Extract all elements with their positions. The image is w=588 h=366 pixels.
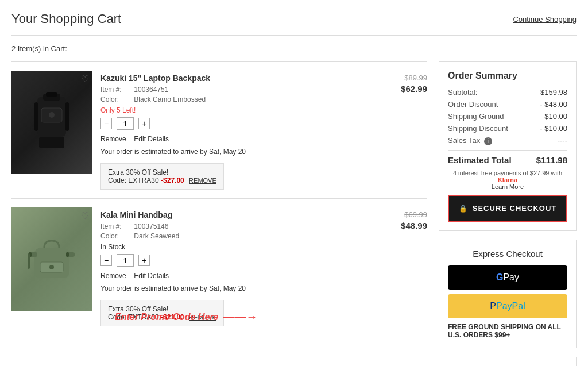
paypal-al-text: PayPal [496, 301, 525, 311]
shipping-discount-value: - $10.00 [540, 124, 567, 133]
product-image-handbag [11, 207, 92, 311]
shipping-ground-value: $10.00 [544, 112, 567, 121]
express-checkout-box: Express Checkout G Pay P PayPal FREE GRO… [439, 240, 577, 348]
item-number-value-2: 100375146 [134, 222, 168, 230]
continue-shopping-link[interactable]: Continue Shopping [513, 15, 577, 24]
promo-badge-text: Extra 30% Off Sale! Code: EXTRA30 -$27.0… [108, 168, 216, 184]
klarna-text: 4 interest-free payments of $27.99 with … [448, 169, 567, 190]
quantity-decrease-button-2[interactable]: − [100, 255, 112, 266]
subtotal-label: Subtotal: [448, 88, 477, 97]
promo-badge-text-2: Extra 30% Off Sale! Code: EXTRA30 -$21.0… [108, 305, 216, 321]
sales-tax-value: ---- [558, 136, 567, 145]
promo-badge-2: Extra 30% Off Sale! Code: EXTRA30 -$21.0… [100, 300, 224, 326]
main-content: ♡ Ka [11, 61, 577, 366]
item-links: Remove Edit Details [100, 134, 373, 143]
summary-divider [448, 150, 567, 151]
svg-point-7 [49, 112, 55, 118]
sales-tax-info-icon[interactable]: i [484, 137, 492, 145]
order-discount-value: - $48.00 [540, 100, 567, 109]
item-price-container: $89.99 $62.99 [381, 71, 427, 94]
item-color-value: Black Camo Embossed [134, 95, 206, 103]
svg-point-13 [49, 265, 54, 269]
promo-remove-link-2[interactable]: REMOVE [189, 314, 216, 321]
item-number-row-2: Item #: 100375146 [100, 222, 373, 230]
item-number-label-2: Item #: [100, 222, 132, 230]
wishlist-icon[interactable]: ♡ [81, 74, 89, 84]
summary-shipping-discount-row: Shipping Discount - $10.00 [448, 124, 567, 133]
quantity-input-2[interactable] [117, 254, 134, 267]
estimated-total-row: Estimated Total $111.98 [448, 155, 567, 165]
quantity-input[interactable] [117, 117, 134, 130]
item-number-label: Item #: [100, 86, 132, 94]
summary-shipping-row: Shipping Ground $10.00 [448, 112, 567, 121]
item-image-container: ♡ [11, 71, 92, 174]
promo-code-text-2: Code: EXTRA30 [108, 313, 159, 321]
svg-rect-5 [34, 102, 38, 131]
lock-icon: 🔒 [459, 205, 468, 213]
item-details-2: Kala Mini Handbag Item #: 100375146 Colo… [100, 207, 373, 326]
cart-items-list: ♡ Ka [11, 61, 427, 366]
quantity-row-2: − + [100, 254, 373, 267]
klarna-learn-link[interactable]: Learn More [492, 183, 524, 190]
order-summary-box: Order Summary Subtotal: $159.98 Order Di… [439, 61, 577, 231]
svg-rect-11 [66, 252, 69, 257]
wishlist-icon-2[interactable]: ♡ [81, 210, 89, 221]
item-remove-link[interactable]: Remove [100, 135, 126, 143]
free-shipping-text: FREE GROUND SHIPPING ON ALL U.S. ORDERS … [448, 323, 567, 339]
shipping-discount-label: Shipping Discount [448, 124, 508, 133]
item-number-value: 100364751 [134, 86, 168, 94]
google-pay-button[interactable]: G Pay [448, 265, 567, 290]
item-edit-link-2[interactable]: Edit Details [134, 272, 169, 280]
promo-code-text: Code: EXTRA30 [108, 176, 159, 184]
table-row: ♡ Ka [11, 61, 427, 198]
secure-checkout-button[interactable]: 🔒 SECURE CHECKOUT [448, 195, 567, 222]
summary-tax-row: Sales Tax i ---- [448, 136, 567, 145]
sales-tax-label: Sales Tax i [448, 136, 492, 145]
item-color-value-2: Dark Seaweed [134, 232, 179, 240]
item-image-container-2: ♡ [11, 207, 92, 311]
order-summary-title: Order Summary [448, 71, 567, 81]
page-header: Your Shopping Cart Continue Shopping [11, 11, 577, 36]
quantity-decrease-button[interactable]: − [100, 118, 112, 129]
item-stock-2: In Stock [100, 243, 373, 251]
promo-codes-box: Promo Codes ▾ Code: EXTRA30 REMOVE Apply… [439, 357, 577, 366]
promo-remove-link[interactable]: REMOVE [189, 177, 216, 184]
gpay-pay-text: Pay [503, 272, 519, 283]
delivery-estimate: Your order is estimated to arrive by Sat… [100, 148, 373, 156]
shipping-ground-label: Shipping Ground [448, 112, 504, 121]
page-title: Your Shopping Cart [11, 11, 121, 26]
cart-count: 2 Item(s) in Cart: [11, 44, 577, 53]
item-number-row: Item #: 100364751 [100, 86, 373, 94]
quantity-increase-button-2[interactable]: + [138, 255, 150, 266]
order-summary-panel: Order Summary Subtotal: $159.98 Order Di… [439, 61, 577, 366]
paypal-pp-icon: P [490, 301, 496, 311]
product-image-backpack [11, 71, 92, 174]
paypal-button[interactable]: P PayPal [448, 294, 567, 318]
handbag-svg [26, 236, 78, 282]
item-details: Kazuki 15" Laptop Backpack Item #: 10036… [100, 71, 373, 190]
item-stock: Only 5 Left! [100, 106, 373, 114]
promo-label-2: Extra 30% Off Sale! [108, 305, 168, 313]
item-price-container-2: $69.99 $48.99 [381, 207, 427, 230]
promo-label: Extra 30% Off Sale! [108, 168, 168, 176]
order-discount-label: Order Discount [448, 100, 498, 109]
promo-discount-2: -$21.00 [161, 313, 184, 321]
quantity-row: − + [100, 117, 373, 130]
item-color-row-2: Color: Dark Seaweed [100, 232, 373, 240]
item-color-label-2: Color: [100, 232, 132, 240]
quantity-increase-button[interactable]: + [138, 118, 150, 129]
svg-rect-6 [65, 102, 69, 131]
item-color-label: Color: [100, 95, 132, 103]
item-edit-link[interactable]: Edit Details [134, 135, 169, 143]
original-price-2: $69.99 [381, 210, 427, 219]
sale-price: $62.99 [381, 84, 427, 94]
item-links-2: Remove Edit Details [100, 271, 373, 280]
item-color-row: Color: Black Camo Embossed [100, 95, 373, 103]
estimated-total-value: $111.98 [536, 155, 567, 165]
backpack-svg [29, 91, 75, 154]
subtotal-value: $159.98 [540, 88, 567, 97]
item-name: Kazuki 15" Laptop Backpack [100, 74, 373, 83]
summary-order-discount-row: Order Discount - $48.00 [448, 100, 567, 109]
promo-discount: -$27.00 [161, 176, 184, 184]
item-remove-link-2[interactable]: Remove [100, 272, 126, 280]
